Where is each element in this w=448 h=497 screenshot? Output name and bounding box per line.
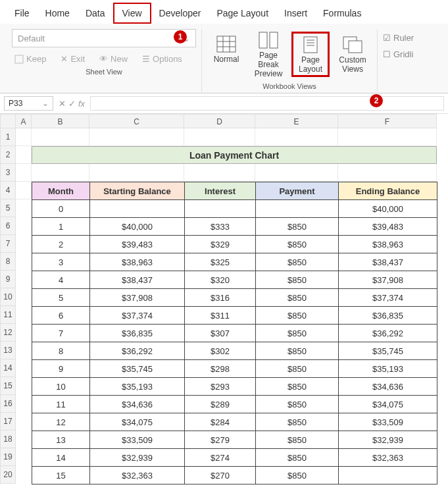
page-break-preview-button[interactable]: Page Break Preview bbox=[249, 29, 287, 80]
cell[interactable] bbox=[255, 164, 338, 182]
cell[interactable]: $39,483 bbox=[339, 218, 437, 236]
cell[interactable]: $37,908 bbox=[339, 271, 437, 289]
cell[interactable]: $32,363 bbox=[90, 467, 185, 484]
cell[interactable] bbox=[16, 128, 32, 146]
cell[interactable] bbox=[89, 128, 184, 146]
cell[interactable] bbox=[185, 200, 256, 218]
options-button[interactable]: ☰ Options bbox=[139, 53, 185, 65]
cell[interactable]: 13 bbox=[32, 431, 90, 449]
tab-page-layout[interactable]: Page Layout bbox=[209, 4, 276, 22]
cell[interactable]: $850 bbox=[256, 431, 339, 449]
col-f[interactable]: F bbox=[338, 114, 437, 128]
cell[interactable]: $850 bbox=[256, 271, 339, 289]
cell[interactable]: 2 bbox=[32, 236, 90, 253]
row-head[interactable]: 6 bbox=[0, 217, 16, 235]
exit-button[interactable]: ✕ Exit bbox=[58, 53, 87, 65]
cell[interactable] bbox=[184, 164, 255, 182]
cell[interactable]: $850 bbox=[256, 325, 339, 342]
cell[interactable]: $37,908 bbox=[90, 289, 185, 307]
cell[interactable]: $39,483 bbox=[90, 236, 185, 253]
keep-button[interactable]: Keep bbox=[12, 53, 49, 65]
formula-bar[interactable] bbox=[90, 96, 444, 111]
cell[interactable] bbox=[32, 164, 89, 182]
cell[interactable]: $33,509 bbox=[339, 413, 437, 431]
select-all[interactable] bbox=[0, 114, 16, 128]
tab-data[interactable]: Data bbox=[78, 4, 113, 22]
tab-formulas[interactable]: Formulas bbox=[315, 4, 369, 22]
cell[interactable]: $284 bbox=[185, 413, 256, 431]
cell[interactable]: $850 bbox=[256, 378, 339, 396]
cell[interactable]: 5 bbox=[32, 289, 90, 307]
cell[interactable]: $289 bbox=[185, 396, 256, 413]
cell[interactable]: $40,000 bbox=[339, 200, 437, 218]
cell[interactable]: $37,374 bbox=[339, 289, 437, 307]
cell[interactable]: $850 bbox=[256, 449, 339, 467]
cell[interactable]: $37,374 bbox=[90, 307, 185, 325]
cell[interactable] bbox=[338, 128, 437, 146]
cell[interactable]: 10 bbox=[32, 378, 90, 396]
cell[interactable]: $35,745 bbox=[90, 360, 185, 378]
cell[interactable]: $34,636 bbox=[339, 378, 437, 396]
cell[interactable]: $270 bbox=[185, 467, 256, 484]
cell[interactable] bbox=[338, 164, 437, 182]
header-interest[interactable]: Interest bbox=[185, 182, 256, 200]
fx-icon[interactable]: fx bbox=[78, 99, 85, 109]
tab-view[interactable]: View bbox=[113, 3, 151, 24]
cell[interactable]: $850 bbox=[256, 307, 339, 325]
cell[interactable]: $850 bbox=[256, 413, 339, 431]
cell[interactable]: $302 bbox=[185, 342, 256, 360]
cell[interactable]: $32,363 bbox=[339, 449, 437, 467]
row-head[interactable]: 2 bbox=[0, 146, 16, 164]
cell[interactable]: $850 bbox=[256, 218, 339, 236]
cell[interactable]: $320 bbox=[185, 271, 256, 289]
custom-views-button[interactable]: Custom Views bbox=[334, 34, 372, 76]
row-head[interactable]: 8 bbox=[0, 253, 16, 271]
row-head[interactable]: 10 bbox=[0, 288, 16, 306]
cell[interactable] bbox=[255, 128, 338, 146]
cell[interactable] bbox=[16, 164, 32, 182]
cell[interactable]: $38,963 bbox=[90, 253, 185, 271]
cell[interactable]: $850 bbox=[256, 467, 339, 484]
cell[interactable] bbox=[16, 182, 32, 199]
cell[interactable]: 15 bbox=[32, 467, 90, 484]
sheet-view-dropdown[interactable]: Default ⌄ bbox=[12, 29, 196, 47]
header-month[interactable]: Month bbox=[32, 182, 90, 200]
cancel-icon[interactable]: ✕ bbox=[59, 99, 66, 109]
row-head[interactable]: 14 bbox=[0, 359, 16, 377]
cell[interactable]: $307 bbox=[185, 325, 256, 342]
cell[interactable]: $38,437 bbox=[90, 271, 185, 289]
row-head[interactable]: 4 bbox=[0, 182, 16, 199]
normal-view-button[interactable]: Normal bbox=[207, 33, 245, 76]
cell[interactable]: $35,745 bbox=[339, 342, 437, 360]
cell[interactable]: $36,292 bbox=[90, 342, 185, 360]
enter-icon[interactable]: ✓ bbox=[68, 99, 76, 109]
cell[interactable]: 7 bbox=[32, 325, 90, 342]
cell[interactable]: $329 bbox=[185, 236, 256, 253]
cell[interactable]: $850 bbox=[256, 253, 339, 271]
cell[interactable] bbox=[16, 146, 32, 164]
cell[interactable]: $34,636 bbox=[90, 396, 185, 413]
cell[interactable]: $333 bbox=[185, 218, 256, 236]
cell[interactable]: 4 bbox=[32, 271, 90, 289]
tab-home[interactable]: Home bbox=[37, 4, 78, 22]
row-head[interactable]: 1 bbox=[0, 128, 16, 146]
cell[interactable] bbox=[256, 200, 339, 218]
header-starting-balance[interactable]: Starting Balance bbox=[90, 182, 185, 200]
cell[interactable]: $325 bbox=[185, 253, 256, 271]
cell[interactable]: $35,193 bbox=[90, 378, 185, 396]
col-d[interactable]: D bbox=[184, 114, 255, 128]
cell[interactable]: $34,075 bbox=[90, 413, 185, 431]
row-head[interactable]: 12 bbox=[0, 324, 16, 342]
cell[interactable] bbox=[89, 164, 184, 182]
ruler-checkbox[interactable]: ☑ Ruler bbox=[383, 32, 414, 44]
cell[interactable]: $38,963 bbox=[339, 236, 437, 253]
cell[interactable]: $40,000 bbox=[90, 218, 185, 236]
row-head[interactable]: 7 bbox=[0, 235, 16, 253]
cell[interactable]: $274 bbox=[185, 449, 256, 467]
cell[interactable]: $311 bbox=[185, 307, 256, 325]
tab-file[interactable]: File bbox=[7, 4, 37, 22]
row-head[interactable]: 19 bbox=[0, 448, 16, 466]
row-head[interactable]: 11 bbox=[0, 306, 16, 324]
cell[interactable]: $298 bbox=[185, 360, 256, 378]
cell[interactable]: $850 bbox=[256, 289, 339, 307]
